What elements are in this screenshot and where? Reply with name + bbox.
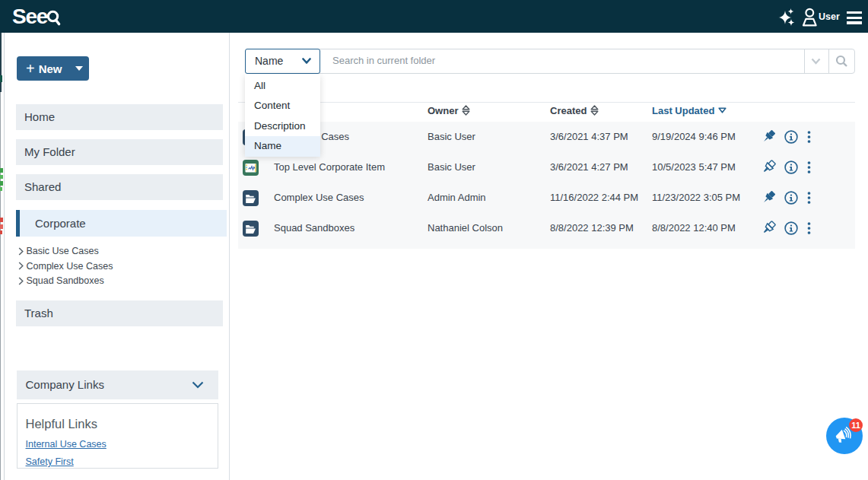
svg-text:See: See — [12, 5, 48, 28]
